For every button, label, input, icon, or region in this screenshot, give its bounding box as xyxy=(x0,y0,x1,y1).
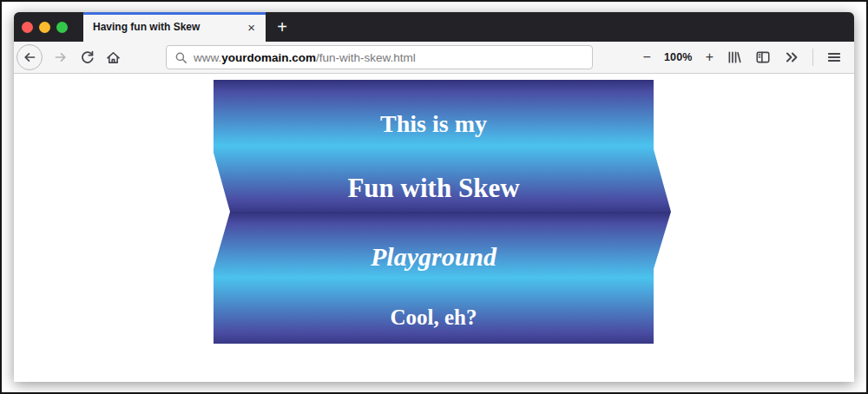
active-tab-indicator xyxy=(83,12,266,15)
screenshot-frame: Having fun with Skew × + xyxy=(0,0,868,394)
tab-close-icon[interactable]: × xyxy=(244,19,259,36)
library-icon xyxy=(727,49,742,65)
page-heading-3: Playground xyxy=(214,239,654,275)
zoom-in-button[interactable]: + xyxy=(706,49,713,65)
home-icon xyxy=(106,50,121,65)
app-menu-button[interactable] xyxy=(826,49,842,65)
url-bar[interactable]: www.yourdomain.com/fun-with-skew.html xyxy=(166,45,593,69)
navigation-toolbar: www.yourdomain.com/fun-with-skew.html − … xyxy=(14,42,854,74)
sidebar-button[interactable] xyxy=(755,49,771,65)
forward-arrow-icon xyxy=(54,50,68,64)
url-prefix: www. xyxy=(194,51,221,64)
search-icon xyxy=(174,51,187,64)
new-tab-button[interactable]: + xyxy=(267,12,297,42)
library-button[interactable] xyxy=(727,49,742,65)
gradient-band-bottom: Playground Cool, eh? xyxy=(214,212,671,344)
page-heading-1: This is my xyxy=(214,107,654,141)
reload-button[interactable] xyxy=(80,50,95,65)
overflow-menu-button[interactable] xyxy=(784,49,799,65)
tab-having-fun-with-skew[interactable]: Having fun with Skew × xyxy=(83,12,266,42)
double-chevron-right-icon xyxy=(784,49,799,65)
page-heading-4: Cool, eh? xyxy=(214,300,654,335)
minimize-window-button[interactable] xyxy=(39,22,50,33)
url-text[interactable]: www.yourdomain.com/fun-with-skew.html xyxy=(194,51,416,64)
page-heading-2: Fun with Skew xyxy=(214,170,654,207)
zoom-level[interactable]: 100% xyxy=(664,51,693,63)
url-domain: yourdomain.com xyxy=(221,51,316,64)
window-controls xyxy=(14,12,83,42)
tab-title: Having fun with Skew xyxy=(93,21,244,33)
forward-button[interactable] xyxy=(54,50,68,64)
skew-art: This is my Fun with Skew Playground Cool… xyxy=(214,80,671,344)
toolbar-right-group: − 100% + xyxy=(643,49,842,66)
back-arrow-icon xyxy=(23,50,36,64)
sidebar-icon xyxy=(755,49,771,65)
reload-icon xyxy=(80,50,95,65)
toolbar-divider xyxy=(812,49,813,66)
zoom-out-button[interactable]: − xyxy=(643,49,651,65)
url-path: /fun-with-skew.html xyxy=(316,51,416,64)
tab-bar: Having fun with Skew × + xyxy=(14,12,854,42)
gradient-band-top: This is my Fun with Skew xyxy=(214,80,671,212)
home-button[interactable] xyxy=(106,50,121,65)
close-window-button[interactable] xyxy=(22,22,33,33)
zoom-window-button[interactable] xyxy=(56,22,68,33)
back-button[interactable] xyxy=(16,44,43,70)
page-content: This is my Fun with Skew Playground Cool… xyxy=(14,74,854,381)
hamburger-menu-icon xyxy=(826,49,842,65)
browser-window: Having fun with Skew × + xyxy=(14,12,854,382)
